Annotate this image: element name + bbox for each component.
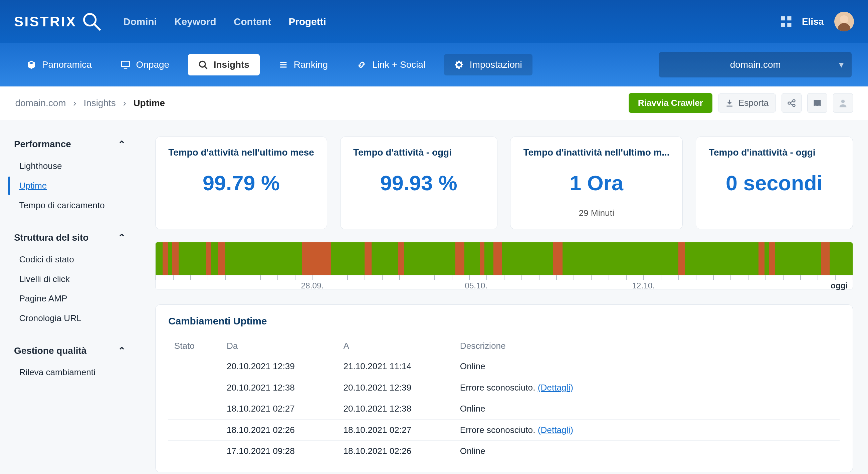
ruler-tick [783, 275, 783, 280]
ruler-tick [208, 275, 208, 280]
tab-link-social[interactable]: Link + Social [346, 54, 436, 75]
cell-stato [168, 441, 221, 462]
ruler-tick [330, 275, 331, 280]
ruler-tick [800, 275, 801, 280]
ruler-tick [852, 275, 853, 280]
details-link[interactable]: (Dettagli) [538, 425, 573, 435]
svg-line-16 [790, 101, 793, 102]
col-stato[interactable]: Stato [168, 336, 221, 356]
help-button[interactable] [833, 93, 852, 113]
sidebar-item-tempo-caricamento[interactable]: Tempo di caricamento [8, 196, 131, 215]
tab-panoramica[interactable]: Panoramica [17, 54, 102, 75]
brand-logo[interactable]: SISTRIX [14, 11, 102, 32]
downtime-segment [821, 242, 830, 275]
cell-descrizione: Online [454, 441, 840, 462]
card-downtime-today: Tempo d'inattività - oggi 0 secondi [696, 136, 853, 229]
ruler-label: 05.10. [465, 281, 488, 290]
avatar[interactable] [834, 12, 854, 31]
chevron-right-icon: › [73, 98, 76, 108]
sidebar-item-rileva-cambiamenti[interactable]: Rileva cambiamenti [8, 363, 131, 382]
cell-a: 21.10.2021 11:14 [338, 356, 454, 377]
sidebar-section-header[interactable]: Gestione qualità ⌃ [8, 343, 131, 363]
sidebar-item-cronologia-url[interactable]: Cronologia URL [8, 309, 131, 327]
apps-icon[interactable] [781, 17, 791, 27]
breadcrumb-section[interactable]: Insights [84, 98, 116, 108]
cell-stato [168, 377, 221, 398]
details-link[interactable]: (Dettagli) [538, 383, 573, 392]
tab-insights[interactable]: Insights [188, 54, 260, 75]
ruler-tick [190, 275, 191, 280]
share-button[interactable] [781, 93, 801, 113]
sidebar-item-uptime[interactable]: Uptime [8, 177, 131, 195]
svg-point-14 [793, 99, 795, 102]
sidebar-item-pagine-amp[interactable]: Pagine AMP [8, 289, 131, 308]
export-button[interactable]: Esporta [718, 93, 776, 113]
sidebar-section-qualita: Gestione qualità ⌃ Rileva cambiamenti [8, 343, 131, 382]
chevron-right-icon: › [123, 98, 126, 108]
card-downtime-month: Tempo d'inattività nell'ultimo m... 1 Or… [510, 136, 683, 229]
svg-line-17 [790, 103, 793, 104]
sidebar-section-performance: Performance ⌃ Lighthouse Uptime Tempo di… [8, 136, 131, 215]
sidebar-item-codici-stato[interactable]: Codici di stato [8, 250, 131, 268]
table-row: 20.10.2021 12:3820.10.2021 12:39Errore s… [168, 377, 840, 398]
tab-label: Ranking [294, 59, 328, 70]
card-value: 0 secondi [726, 171, 823, 195]
nav-progetti[interactable]: Progetti [289, 16, 326, 27]
nav-keyword[interactable]: Keyword [174, 16, 216, 27]
sidebar-item-lighthouse[interactable]: Lighthouse [8, 157, 131, 175]
export-label: Esporta [739, 98, 769, 108]
sub-bar: Panoramica Onpage Insights Ranking Link … [0, 43, 868, 86]
downtime-segment [172, 242, 179, 275]
ruler-tick [382, 275, 382, 280]
sidebar-section-header[interactable]: Performance ⌃ [8, 136, 131, 157]
ruler-tick [609, 275, 609, 280]
breadcrumb-root[interactable]: domain.com [15, 98, 66, 108]
tab-onpage[interactable]: Onpage [111, 54, 180, 75]
ruler-tick [365, 275, 365, 280]
user-name[interactable]: Elisa [802, 17, 824, 27]
card-title: Tempo d'attività nell'ultimo mese [168, 147, 314, 158]
sidebar-item-livelli-click[interactable]: Livelli di click [8, 270, 131, 288]
col-da[interactable]: Da [221, 336, 337, 356]
cell-da: 18.10.2021 02:27 [221, 398, 337, 419]
uptime-timeline: 28.09.05.10.12.10.oggi [155, 242, 853, 289]
cell-da: 20.10.2021 12:39 [221, 356, 337, 377]
table-row: 18.10.2021 02:2720.10.2021 12:38Online [168, 398, 840, 419]
col-a[interactable]: A [338, 336, 454, 356]
svg-point-0 [84, 14, 96, 26]
ruler-tick [399, 275, 400, 280]
domain-select[interactable]: domain.com ▾ [659, 52, 851, 78]
restart-crawler-button[interactable]: Riavvia Crawler [629, 93, 712, 113]
downtime-segment [455, 242, 464, 275]
tab-ranking[interactable]: Ranking [268, 54, 339, 75]
sub-nav: Panoramica Onpage Insights Ranking Link … [17, 54, 532, 75]
ruler-tick [504, 275, 505, 280]
ruler-tick [295, 275, 296, 280]
table-row: 20.10.2021 12:3921.10.2021 11:14Online [168, 356, 840, 377]
table-title: Cambiamenti Uptime [168, 315, 840, 327]
list-icon [278, 60, 288, 69]
nav-domini[interactable]: Domini [123, 16, 157, 27]
card-title: Tempo d'attività - oggi [353, 147, 484, 158]
nav-content[interactable]: Content [234, 16, 271, 27]
ruler-tick [643, 275, 644, 280]
cell-descrizione: Errore sconosciuto. (Dettagli) [454, 377, 840, 398]
ruler-tick [713, 275, 714, 280]
col-descrizione[interactable]: Descrizione [454, 336, 840, 356]
downtime-segment [758, 242, 765, 275]
breadcrumb: domain.com › Insights › Uptime [15, 98, 165, 108]
uptime-ruler: 28.09.05.10.12.10.oggi [156, 275, 852, 289]
chevron-up-icon: ⌃ [118, 139, 126, 150]
cell-da: 20.10.2021 12:38 [221, 377, 337, 398]
monitor-icon [121, 60, 130, 69]
ruler-tick [835, 275, 836, 280]
svg-point-8 [199, 61, 205, 67]
sidebar-section-header[interactable]: Struttura del sito ⌃ [8, 230, 131, 250]
tab-impostazioni[interactable]: Impostazioni [444, 54, 532, 75]
ruler-tick [417, 275, 417, 280]
downtime-segment [218, 242, 225, 275]
downtime-segment [493, 242, 502, 275]
ruler-tick [277, 275, 278, 280]
ruler-tick [574, 275, 574, 280]
book-button[interactable] [807, 93, 827, 113]
